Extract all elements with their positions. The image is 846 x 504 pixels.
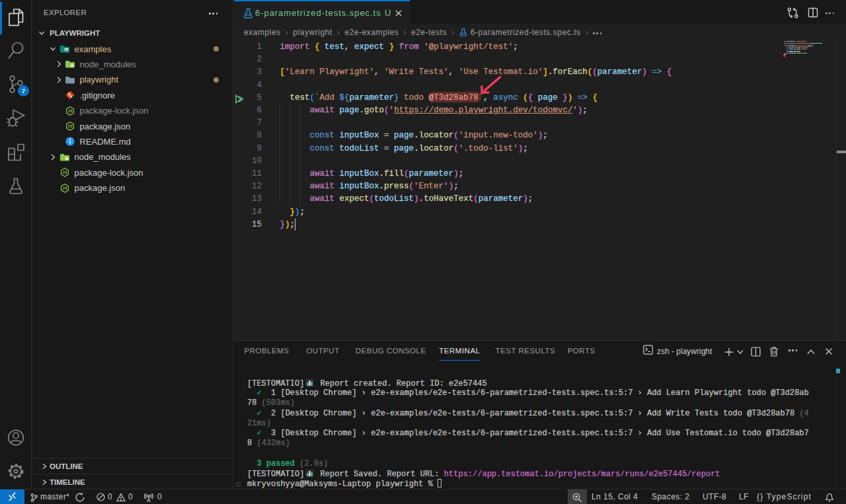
svg-text:JS: JS — [67, 109, 72, 113]
svg-text:JS: JS — [62, 170, 67, 174]
svg-text:JS: JS — [62, 186, 67, 190]
svg-text:JS: JS — [67, 124, 72, 128]
